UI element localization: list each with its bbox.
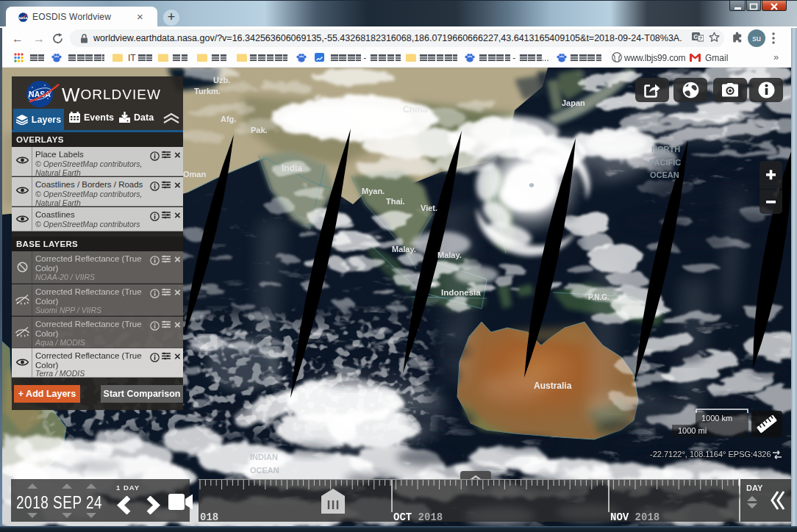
svg-text:INDIAN: INDIAN xyxy=(250,453,278,461)
svg-text:India: India xyxy=(282,163,302,173)
svg-text:P.N.G.: P.N.G. xyxy=(588,293,610,301)
svg-text:Malay.: Malay. xyxy=(392,245,416,254)
svg-text:PACIFIC: PACIFIC xyxy=(649,158,681,167)
svg-text:Indonesia: Indonesia xyxy=(441,288,481,297)
svg-text:NASA: NASA xyxy=(19,16,28,20)
svg-text:Viet.: Viet. xyxy=(421,204,437,212)
svg-text:Australia: Australia xyxy=(534,381,572,391)
svg-text:Uzb.: Uzb. xyxy=(213,76,230,85)
svg-text:Pak.: Pak. xyxy=(251,126,268,134)
svg-text:China: China xyxy=(403,104,428,115)
svg-text:OCT 2018: OCT 2018 xyxy=(393,511,443,522)
svg-text:OCEAN: OCEAN xyxy=(650,170,679,179)
svg-text:NOV 2018: NOV 2018 xyxy=(610,511,660,522)
svg-text:OCEAN: OCEAN xyxy=(250,466,279,475)
svg-text:Malay.: Malay. xyxy=(437,251,462,259)
svg-text:NORTH: NORTH xyxy=(651,145,680,154)
svg-text:Japan: Japan xyxy=(562,98,585,107)
svg-text:Oman: Oman xyxy=(183,170,206,179)
svg-text:018: 018 xyxy=(200,511,218,522)
svg-text:Turkm.: Turkm. xyxy=(194,87,221,96)
svg-text:Myan.: Myan. xyxy=(362,187,385,195)
svg-text:Afg.: Afg. xyxy=(221,115,236,123)
svg-text:Thai.: Thai. xyxy=(386,197,405,206)
